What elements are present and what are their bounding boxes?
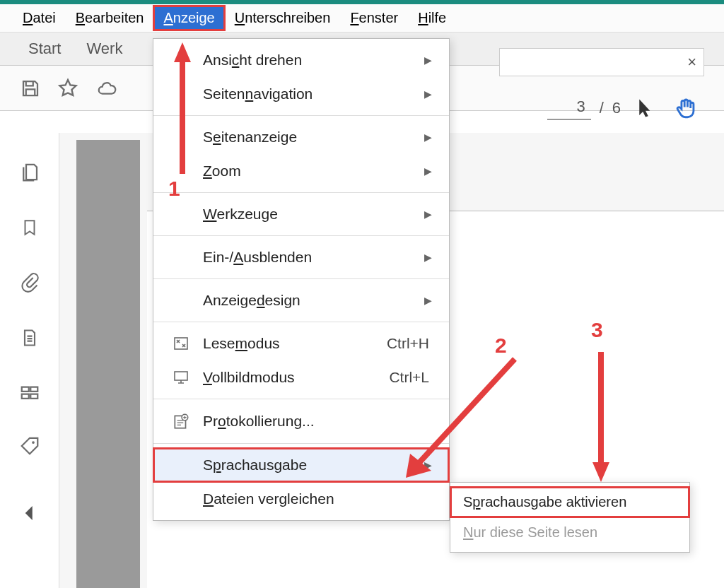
menu-item-label: Lesemodus <box>203 335 377 352</box>
menu-item-label: Sprachausgabe <box>203 457 414 474</box>
page-current-input[interactable]: 3 <box>547 96 591 120</box>
menu-item-label: Protokollierung... <box>203 413 436 430</box>
read-icon <box>169 335 193 352</box>
menu-item-shortcut: Ctrl+L <box>389 369 436 386</box>
layers-icon[interactable] <box>19 382 40 403</box>
menu-item-label: Ein-/Ausblenden <box>203 249 414 266</box>
log-icon <box>169 412 193 430</box>
menu-item-label: Werkzeuge <box>203 206 414 223</box>
menu-item[interactable]: Anzeigedesign▶ <box>153 283 449 317</box>
page-separator: / <box>600 99 604 117</box>
tab-tools[interactable]: Werk <box>86 40 122 58</box>
submenu-arrow-icon: ▶ <box>424 459 436 471</box>
attachment-icon[interactable] <box>20 271 40 294</box>
sprachausgabe-submenu: Sprachausgabe aktivierenNur diese Seite … <box>450 482 690 553</box>
submenu-item: Nur diese Seite lesen <box>450 517 689 548</box>
menu-item-label: Zoom <box>203 163 414 180</box>
menu-item-label: Anzeigedesign <box>203 292 414 309</box>
pages-icon[interactable] <box>19 161 40 184</box>
submenu-arrow-icon: ▶ <box>424 88 436 100</box>
menu-item-label: Ansicht drehen <box>203 52 414 69</box>
document-icon[interactable] <box>20 327 40 349</box>
menu-item[interactable]: Zoom▶ <box>153 154 449 188</box>
menu-item[interactable]: LesemodusCtrl+H <box>153 327 449 360</box>
menu-item[interactable]: Seitenanzeige▶ <box>153 120 449 154</box>
menu-separator <box>153 235 449 236</box>
menu-separator <box>153 322 449 322</box>
side-panel <box>0 133 59 588</box>
star-icon[interactable] <box>57 77 79 100</box>
menu-item[interactable]: VollbildmodusCtrl+L <box>153 360 449 394</box>
menu-item[interactable]: Werkzeuge▶ <box>153 197 449 231</box>
menu-item[interactable]: Seitennavigation▶ <box>153 77 449 111</box>
anzeige-menu: Ansicht drehen▶Seitennavigation▶Seitenan… <box>153 38 450 521</box>
tag-icon[interactable] <box>18 435 41 457</box>
submenu-item-label: Nur diese Seite lesen <box>463 524 677 541</box>
menu-hilfe[interactable]: Hilfe <box>409 7 455 29</box>
menu-separator <box>153 115 449 116</box>
page-edge-shadow <box>76 140 140 588</box>
save-icon[interactable] <box>20 78 41 99</box>
menu-item[interactable]: Ein-/Ausblenden▶ <box>153 240 449 274</box>
screen-icon <box>169 369 193 386</box>
submenu-arrow-icon: ▶ <box>424 54 436 66</box>
menu-item[interactable]: Sprachausgabe▶ <box>153 448 449 482</box>
menu-separator <box>153 443 449 444</box>
submenu-arrow-icon: ▶ <box>424 252 436 263</box>
menu-item[interactable]: Dateien vergleichen <box>153 482 449 516</box>
select-tool-icon[interactable] <box>635 96 656 120</box>
menu-unterschreiben[interactable]: Unterschreiben <box>226 7 339 29</box>
svg-rect-1 <box>175 338 187 349</box>
submenu-arrow-icon: ▶ <box>424 208 436 220</box>
close-icon[interactable]: × <box>687 53 696 71</box>
cloud-icon[interactable] <box>95 78 119 99</box>
search-box[interactable]: × <box>499 48 704 76</box>
submenu-arrow-icon: ▶ <box>424 165 436 177</box>
submenu-item[interactable]: Sprachausgabe aktivieren <box>450 487 689 517</box>
bookmark-icon[interactable] <box>21 216 39 239</box>
menu-item-label: Seitennavigation <box>203 86 414 102</box>
menu-separator <box>153 278 449 279</box>
page-indicator: 3 / 6 <box>547 96 621 120</box>
submenu-arrow-icon: ▶ <box>424 295 436 306</box>
menu-anzeige[interactable]: Anzeige <box>155 7 223 29</box>
menu-item[interactable]: Ansicht drehen▶ <box>153 43 449 77</box>
menu-separator <box>153 399 449 399</box>
menu-item-label: Dateien vergleichen <box>203 490 436 507</box>
menu-fenster[interactable]: Fenster <box>341 7 407 29</box>
menu-item[interactable]: Protokollierung... <box>153 404 449 439</box>
menu-item-label: Seitenanzeige <box>203 129 414 146</box>
menubar: Datei Bearbeiten Anzeige Unterschreiben … <box>0 4 724 33</box>
svg-rect-2 <box>175 372 187 380</box>
svg-point-0 <box>32 441 35 444</box>
panel-collapse-icon[interactable] <box>25 506 35 520</box>
submenu-arrow-icon: ▶ <box>424 131 436 143</box>
submenu-item-label: Sprachausgabe aktivieren <box>463 494 677 510</box>
page-total: 6 <box>612 99 621 117</box>
menu-datei[interactable]: Datei <box>14 7 64 29</box>
menu-separator <box>153 192 449 193</box>
menu-item-shortcut: Ctrl+H <box>387 335 436 352</box>
menu-bearbeiten[interactable]: Bearbeiten <box>67 7 153 29</box>
menu-item-label: Vollbildmodus <box>203 369 379 386</box>
hand-tool-icon[interactable] <box>675 96 699 120</box>
tab-start[interactable]: Start <box>28 40 61 58</box>
